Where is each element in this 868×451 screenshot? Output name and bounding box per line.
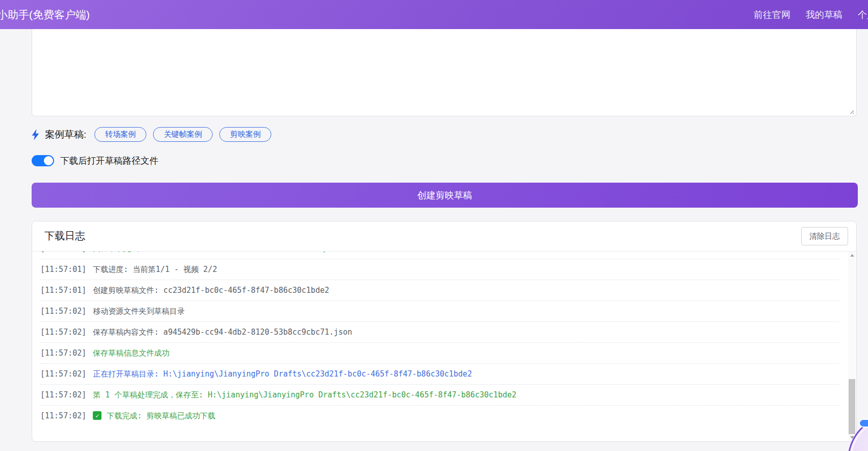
log-message: 文件下载完成: 7200962f-2cf6-4417-a98e-6bf3d11d… [93, 251, 332, 254]
open-draft-path-toggle[interactable] [32, 155, 54, 166]
lightning-icon [31, 129, 41, 140]
create-draft-button[interactable]: 创建剪映草稿 [32, 183, 858, 208]
log-message: 下载完成: 剪映草稿已成功下载 [107, 411, 215, 421]
example-drafts-label: 案例草稿: [45, 128, 86, 141]
header-bar: 小助手(免费客户端) 前往官网 我的草稿 个人 [0, 0, 868, 29]
nav-item-my-drafts[interactable]: 我的草稿 [806, 9, 843, 21]
header-nav: 前往官网 我的草稿 个人 [754, 9, 868, 21]
toggle-knob [44, 156, 53, 165]
scrollbar-up-arrow-icon[interactable] [848, 252, 856, 259]
log-entry: [11:57:02] 第 1 个草稿处理完成，保存至: H:\jianying\… [40, 385, 839, 406]
log-entry: [11:57:02] 移动资源文件夹到草稿目录 [40, 301, 839, 322]
log-message: 第 1 个草稿处理完成，保存至: H:\jianying\JianyingPro… [93, 390, 516, 400]
draft-url-textarea[interactable] [32, 29, 857, 116]
app-title: 小助手(免费客户端) [0, 8, 90, 22]
log-timestamp: [11:57:01] [40, 251, 86, 254]
app-window: 小助手(免费客户端) 前往官网 我的草稿 个人 案例草稿: 转场案例 关键帧案例… [0, 0, 868, 451]
log-scroll-area[interactable]: [11:57:01] 文件下载完成: 7200962f-2cf6-4417-a9… [32, 251, 856, 441]
toggle-label: 下载后打开草稿路径文件 [60, 155, 159, 167]
log-timestamp: [11:57:02] [40, 411, 86, 421]
log-entry: [11:57:02] 保存草稿信息文件成功 [40, 343, 839, 364]
log-timestamp: [11:57:01] [40, 285, 86, 295]
open-draft-path-toggle-row: 下载后打开草稿路径文件 [32, 155, 159, 167]
log-entry: [11:57:01] 文件下载完成: 7200962f-2cf6-4417-a9… [40, 251, 839, 259]
log-timestamp: [11:57:02] [40, 369, 86, 379]
example-button-keyframe[interactable]: 关键帧案例 [153, 127, 213, 142]
floating-widget-badge [859, 419, 868, 428]
log-timestamp: [11:57:02] [40, 390, 86, 400]
log-panel-title: 下载日志 [44, 229, 85, 243]
log-timestamp: [11:57:02] [40, 306, 86, 316]
log-scrollbar[interactable] [848, 252, 856, 441]
check-icon: ✓ [93, 411, 101, 420]
log-entry: [11:57:01] 下载进度: 当前第1/1 - 视频 2/2 [40, 259, 839, 280]
log-timestamp: [11:57:02] [40, 327, 86, 337]
log-timestamp: [11:57:02] [40, 348, 86, 358]
log-entry: [11:57:02] 保存草稿内容文件: a945429b-cc94-4db2-… [40, 322, 839, 343]
log-panel-header: 下载日志 清除日志 [32, 221, 856, 251]
log-message: 移动资源文件夹到草稿目录 [93, 306, 185, 316]
clear-log-button[interactable]: 清除日志 [801, 227, 848, 245]
log-message: 保存草稿信息文件成功 [93, 348, 169, 358]
log-entry: [11:57:02] 正在打开草稿目录: H:\jianying\Jianyin… [40, 364, 839, 385]
log-entry: [11:57:02] ✓ 下载完成: 剪映草稿已成功下载 [40, 406, 839, 426]
log-message: 下载进度: 当前第1/1 - 视频 2/2 [93, 264, 217, 274]
example-button-jianying[interactable]: 剪映案例 [219, 127, 271, 142]
log-message: 创建剪映草稿文件: cc23d21f-bc0c-465f-8f47-b86c30… [93, 285, 329, 295]
scrollbar-thumb[interactable] [849, 379, 855, 434]
example-button-transition[interactable]: 转场案例 [94, 127, 146, 142]
example-drafts-row: 案例草稿: 转场案例 关键帧案例 剪映案例 [31, 127, 278, 142]
nav-item-profile[interactable]: 个人 [858, 9, 868, 21]
download-log-panel: 下载日志 清除日志 [11:57:01] 文件下载完成: 7200962f-2c… [32, 221, 857, 442]
log-timestamp: [11:57:01] [40, 264, 86, 274]
log-message: 保存草稿内容文件: a945429b-cc94-4db2-8120-53b8cc… [93, 327, 352, 337]
log-entry: [11:57:01] 创建剪映草稿文件: cc23d21f-bc0c-465f-… [40, 280, 839, 301]
log-message: 正在打开草稿目录: H:\jianying\JianyingPro Drafts… [93, 369, 472, 379]
nav-item-official-site[interactable]: 前往官网 [754, 9, 790, 21]
